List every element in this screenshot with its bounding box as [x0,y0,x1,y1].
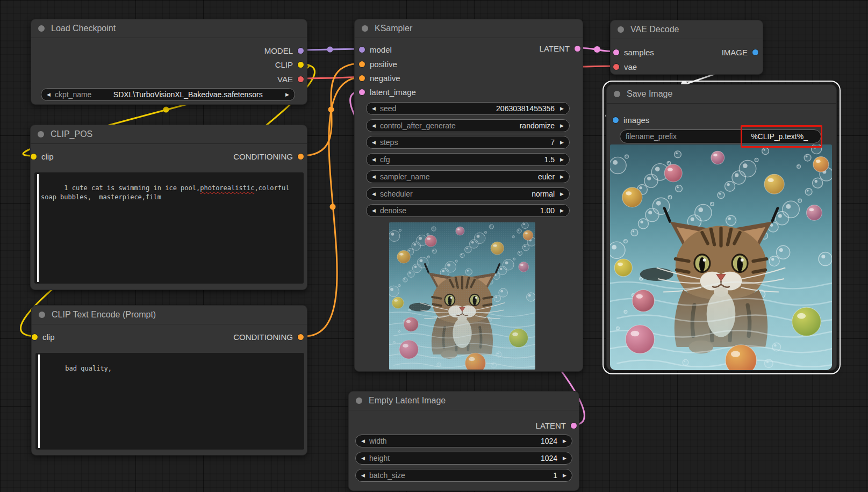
images-input-socket[interactable] [613,117,619,123]
collapse-dot-icon[interactable] [38,25,45,32]
latent-output-socket[interactable] [575,46,580,52]
prev-arrow-icon[interactable]: ◀ [372,106,376,111]
prev-arrow-icon[interactable]: ◀ [361,456,365,461]
latent-input-socket[interactable] [359,89,365,95]
output-model: MODEL [264,45,304,56]
widget-value[interactable]: 1 [553,471,558,480]
collapse-dot-icon[interactable] [362,25,368,32]
widget-label: ckpt_name [55,90,91,99]
sampler-name-widget[interactable]: ◀ sampler_name euler ▶ [366,170,570,183]
cfg-widget[interactable]: ◀ cfg 1.5 ▶ [366,153,570,166]
next-arrow-icon[interactable]: ▶ [560,124,564,128]
node-header[interactable]: Load Checkpoint [31,19,307,38]
widget-value[interactable]: 20630381455356 [496,104,556,113]
model-output-socket[interactable] [298,48,304,54]
node-header[interactable]: CLIP_POS [31,125,307,144]
denoise-widget[interactable]: ◀ denoise 1.00 ▶ [366,204,570,217]
widget-value[interactable]: SDXL\TurboVisionXL_Bakedvae.safetensors [96,90,281,99]
output-clip: CLIP [275,59,304,70]
ckpt-name-widget[interactable]: ◀ ckpt_name SDXL\TurboVisionXL_Bakedvae.… [41,88,295,101]
prev-arrow-icon[interactable]: ◀ [372,157,376,162]
widget-label: batch_size [369,471,405,480]
prev-arrow-icon[interactable]: ◀ [372,124,376,128]
height-widget[interactable]: ◀ height 1024 ▶ [355,452,572,465]
clip-input-socket[interactable] [31,154,37,160]
image-output-socket[interactable] [752,49,758,55]
conditioning-output-socket[interactable] [298,154,304,160]
clip-input-socket[interactable] [32,334,38,340]
input-negative: negative [359,73,400,83]
vae-input-socket[interactable] [613,64,619,70]
node-graph-canvas[interactable]: Load Checkpoint MODEL CLIP VAE ◀ ckpt_na… [0,0,868,492]
prev-arrow-icon[interactable]: ◀ [372,140,376,145]
link-dot-negative [330,204,336,210]
latent-output-socket[interactable] [571,423,577,429]
node-header[interactable]: Save Image [607,85,836,104]
node-vae-decode[interactable]: VAE Decode samples vae IMAGE [610,20,763,75]
control-after-generate-widget[interactable]: ◀ control_after_generate randomize ▶ [366,119,570,132]
prev-arrow-icon[interactable]: ◀ [372,208,376,213]
vae-output-socket[interactable] [298,76,304,82]
widget-value[interactable]: randomize [520,121,556,130]
widget-value[interactable]: euler [538,172,556,181]
next-arrow-icon[interactable]: ▶ [563,456,566,461]
node-empty-latent[interactable]: Empty Latent Image LATENT ◀ width 1024 ▶… [348,391,579,491]
next-arrow-icon[interactable]: ▶ [560,175,564,179]
collapse-dot-icon[interactable] [356,397,362,404]
node-header[interactable]: VAE Decode [611,20,763,39]
node-load-checkpoint[interactable]: Load Checkpoint MODEL CLIP VAE ◀ ckpt_na… [31,19,307,105]
collapse-dot-icon[interactable] [39,312,45,318]
next-arrow-icon[interactable]: ▶ [560,208,564,213]
batch-size-widget[interactable]: ◀ batch_size 1 ▶ [355,469,572,482]
next-arrow-icon[interactable]: ▶ [563,473,566,478]
prev-arrow-icon[interactable]: ◀ [372,175,376,179]
conditioning-output-socket[interactable] [298,334,304,340]
negative-input-socket[interactable] [359,75,365,81]
steps-widget[interactable]: ◀ steps 7 ▶ [366,136,570,149]
samples-input-socket[interactable] [613,49,619,55]
widget-value[interactable]: normal [532,190,556,198]
negative-prompt-textarea[interactable]: bad quality, [35,353,304,450]
next-arrow-icon[interactable]: ▶ [560,192,564,197]
widget-value[interactable]: 1024 [541,437,558,445]
positive-input-socket[interactable] [359,61,365,67]
node-clip-pos[interactable]: CLIP_POS clip CONDITIONING 1 cute cat is… [30,125,307,290]
input-model: model [359,44,392,55]
positive-prompt-textarea[interactable]: 1 cute cat is swimming in ice pool,photo… [34,172,304,284]
text-caret [38,354,40,448]
node-header[interactable]: CLIP Text Encode (Prompt) [32,306,307,324]
next-arrow-icon[interactable]: ▶ [563,439,566,444]
widget-label: denoise [380,206,406,215]
scheduler-widget[interactable]: ◀ scheduler normal ▶ [366,187,570,200]
collapse-dot-icon[interactable] [38,131,44,138]
seed-widget[interactable]: ◀ seed 20630381455356 ▶ [366,102,570,115]
clip-output-socket[interactable] [298,62,304,68]
node-clip-neg[interactable]: CLIP Text Encode (Prompt) clip CONDITION… [31,305,307,455]
collapse-dot-icon[interactable] [618,26,624,33]
widget-value[interactable]: 1.5 [544,155,556,164]
prev-arrow-icon[interactable]: ◀ [361,439,365,444]
slot-label: CLIP [275,60,293,69]
widget-label: width [369,437,387,445]
next-arrow-icon[interactable]: ▶ [560,106,564,111]
widget-value[interactable]: 7 [550,138,556,147]
node-header[interactable]: Empty Latent Image [349,392,579,410]
prev-arrow-icon[interactable]: ◀ [372,192,376,197]
prev-arrow-icon[interactable]: ◀ [47,92,51,97]
slot-label: clip [41,152,54,161]
next-arrow-icon[interactable]: ▶ [560,157,564,162]
next-arrow-icon[interactable]: ▶ [560,140,564,145]
model-input-socket[interactable] [359,47,365,53]
widget-value[interactable]: 1024 [541,454,558,462]
ksampler-preview-image [389,222,535,370]
text-caret [37,174,39,282]
width-widget[interactable]: ◀ width 1024 ▶ [355,435,572,447]
slot-label: MODEL [264,46,293,55]
widget-value[interactable]: 1.00 [540,206,556,215]
collapse-dot-icon[interactable] [614,91,620,97]
node-header[interactable]: KSampler [355,19,583,38]
prev-arrow-icon[interactable]: ◀ [361,473,365,478]
next-arrow-icon[interactable]: ▶ [285,92,289,97]
annotation-red-box [741,125,822,148]
node-ksampler[interactable]: KSampler model positive negative latent_… [354,19,583,372]
